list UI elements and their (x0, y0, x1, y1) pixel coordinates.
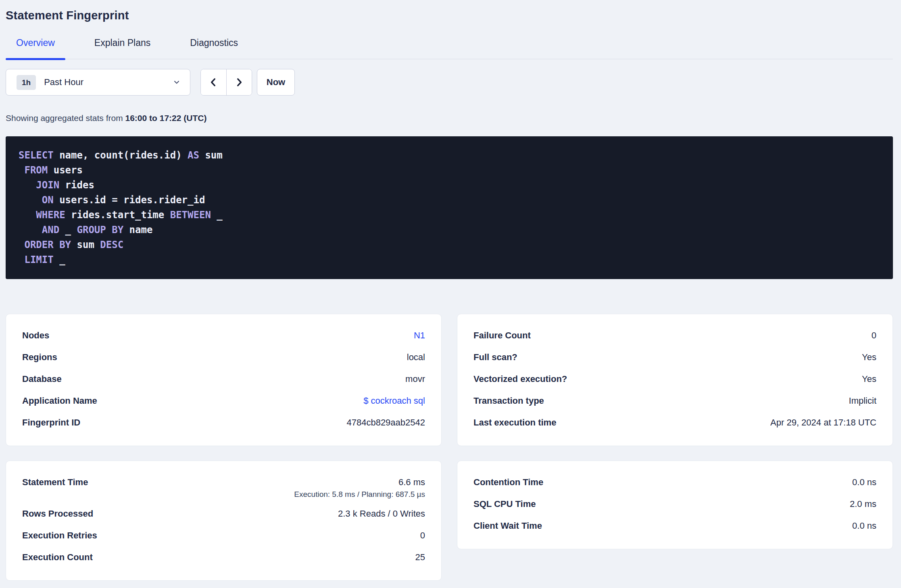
row-label: Database (22, 374, 62, 384)
row-label: Application Name (22, 396, 97, 406)
row-label: Client Wait Time (473, 521, 542, 531)
row-label: Last execution time (473, 417, 556, 428)
summary-row: Regionslocal (22, 346, 425, 368)
sql-identifier: sum (71, 239, 100, 250)
sql-keyword: DESC (100, 239, 123, 250)
row-label: Statement Time (22, 471, 88, 493)
row-label: Vectorized execution? (473, 374, 567, 384)
sql-keyword: FROM (24, 165, 48, 176)
statement-fingerprint-page: Statement Fingerprint OverviewExplain Pl… (0, 9, 901, 581)
row-value: 25 (415, 552, 425, 563)
sql-keyword: SELECT (19, 150, 54, 161)
row-value: Implicit (849, 396, 876, 406)
time-pager (200, 69, 252, 96)
sql-keyword: AND (42, 224, 59, 236)
row-value-group: N1 (414, 330, 425, 341)
row-value: 0 (420, 530, 425, 541)
row-label: Execution Retries (22, 530, 97, 541)
row-label: Regions (22, 352, 57, 363)
sql-keyword: WHERE (36, 209, 65, 221)
row-value: Yes (862, 374, 876, 384)
row-value-group: 2.0 ms (850, 499, 876, 509)
row-value-group: 4784cb829aab2542 (346, 417, 425, 428)
previous-interval-button[interactable] (201, 69, 226, 95)
row-value: 4784cb829aab2542 (346, 417, 425, 428)
summary-row: Databasemovr (22, 368, 425, 390)
row-label: SQL CPU Time (473, 499, 536, 509)
row-value-group: Yes (862, 352, 876, 363)
sql-line: FROM users (19, 163, 880, 178)
summary-row: Statement Time6.6 msExecution: 5.8 ms / … (22, 471, 425, 503)
row-value-group: Yes (862, 374, 876, 384)
summary-row: Execution Retries0 (22, 525, 425, 546)
chevron-left-icon (208, 77, 219, 88)
aggregated-stats-caption: Showing aggregated stats from 16:00 to 1… (6, 113, 893, 123)
tab-bar: OverviewExplain PlansDiagnostics (6, 38, 893, 59)
sql-keyword: AS (188, 150, 199, 161)
tab-overview[interactable]: Overview (6, 38, 65, 59)
sql-line: ON users.id = rides.rider_id (19, 193, 880, 208)
sql-identifier: name, count(rides.id) (54, 150, 188, 161)
row-value: 0 (872, 330, 876, 341)
time-range-dropdown[interactable]: 1h Past Hour (6, 69, 190, 96)
time-range-label: Past Hour (44, 77, 83, 88)
row-value: 0.0 ns (852, 521, 876, 531)
row-value-link[interactable]: N1 (414, 330, 425, 341)
tab-diagnostics[interactable]: Diagnostics (179, 38, 248, 59)
chevron-down-icon (173, 79, 180, 86)
chevron-right-icon (234, 77, 244, 88)
summary-row: Last execution timeApr 29, 2024 at 17:18… (473, 412, 876, 434)
sql-keyword: ORDER BY (24, 239, 71, 250)
row-value: movr (405, 374, 425, 384)
time-toolbar: 1h Past Hour Now (6, 69, 893, 96)
row-value-group: 25 (415, 552, 425, 563)
next-interval-button[interactable] (226, 69, 252, 95)
sql-line: SELECT name, count(rides.id) AS sum (19, 148, 880, 163)
row-label: Execution Count (22, 552, 93, 563)
sql-line: LIMIT _ (19, 252, 880, 267)
summary-row: Fingerprint ID4784cb829aab2542 (22, 412, 425, 434)
row-value-group: 6.6 msExecution: 5.8 ms / Planning: 687.… (294, 471, 425, 503)
sql-identifier: _ (59, 224, 77, 236)
row-value-link[interactable]: $ cockroach sql (363, 396, 425, 406)
sql-identifier: rides.start_time (65, 209, 170, 221)
row-label: Failure Count (473, 330, 531, 341)
summary-row: Failure Count0 (473, 325, 876, 346)
row-value: Apr 29, 2024 at 17:18 UTC (770, 417, 876, 428)
row-label: Nodes (22, 330, 49, 341)
row-subvalue: Execution: 5.8 ms / Planning: 687.5 µs (294, 490, 425, 503)
now-button[interactable]: Now (257, 69, 295, 96)
tab-explain-plans[interactable]: Explain Plans (84, 38, 161, 59)
page-title: Statement Fingerprint (6, 9, 893, 22)
summary-row: NodesN1 (22, 325, 425, 346)
sql-keyword: JOIN (36, 179, 59, 191)
time-range-badge: 1h (17, 75, 36, 90)
sql-identifier: rides (59, 179, 94, 191)
summary-cards: NodesN1RegionslocalDatabasemovrApplicati… (6, 314, 893, 581)
sql-line: ORDER BY sum DESC (19, 238, 880, 252)
row-value-group: 0.0 ns (852, 521, 876, 531)
row-value-group: local (407, 352, 425, 363)
row-value-group: Apr 29, 2024 at 17:18 UTC (770, 417, 876, 428)
sql-identifier: users (48, 165, 83, 176)
row-value-group: $ cockroach sql (363, 396, 425, 406)
row-label: Transaction type (473, 396, 544, 406)
row-value: local (407, 352, 425, 363)
statement-details-card: NodesN1RegionslocalDatabasemovrApplicati… (6, 314, 442, 446)
row-label: Rows Processed (22, 509, 93, 519)
summary-row: Vectorized execution?Yes (473, 368, 876, 390)
row-value: Yes (862, 352, 876, 363)
row-label: Contention Time (473, 477, 543, 488)
row-value: 0.0 ns (852, 477, 876, 488)
sql-line: WHERE rides.start_time BETWEEN _ (19, 208, 880, 223)
sql-identifier: sum (199, 150, 223, 161)
row-value: 2.3 k Reads / 0 Writes (338, 509, 425, 519)
summary-row: Application Name$ cockroach sql (22, 390, 425, 412)
caption-time-range: 16:00 to 17:22 (UTC) (125, 113, 207, 123)
caption-prefix: Showing aggregated stats from (6, 113, 123, 123)
row-value-group: movr (405, 374, 425, 384)
row-value-group: 0 (872, 330, 876, 341)
sql-line: JOIN rides (19, 178, 880, 193)
sql-keyword: ON (42, 194, 54, 206)
sql-statement-box: SELECT name, count(rides.id) AS sumFROM … (6, 136, 893, 279)
